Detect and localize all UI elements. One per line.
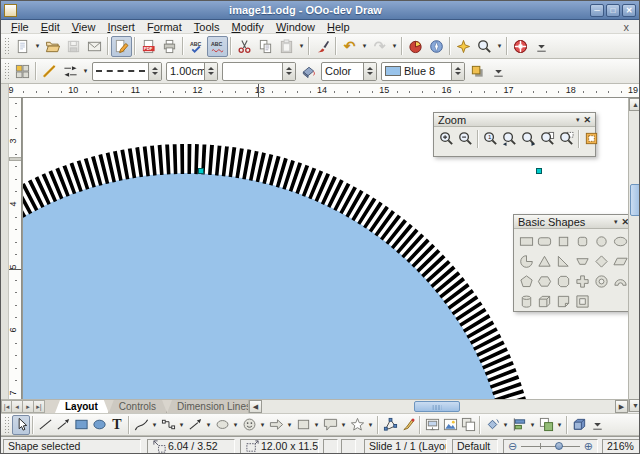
vertical-scroll-thumb[interactable] xyxy=(630,184,640,216)
line-width-combobox[interactable]: 1.00cm xyxy=(166,62,218,81)
v-ruler-margin-marker[interactable] xyxy=(9,157,22,161)
toolbar-grip[interactable] xyxy=(4,62,9,80)
fill-color-combobox[interactable]: Blue 8 xyxy=(381,62,465,81)
circle-pie-shape-button[interactable] xyxy=(517,252,535,270)
line-button[interactable] xyxy=(36,415,54,435)
vertical-scrollbar[interactable]: ▲ ▼ xyxy=(628,98,640,412)
edit-points-button[interactable] xyxy=(381,415,399,435)
basic-shapes-dropdown-icon[interactable]: ▾ xyxy=(231,421,240,429)
edit-file-button[interactable] xyxy=(111,36,132,57)
rectangle-shape-button[interactable] xyxy=(517,232,535,250)
shapes-panel-titlebar[interactable]: Basic Shapes ▾ ✕ xyxy=(514,215,633,229)
slide-indicator-cell[interactable]: Slide 1 / 1 (Layout) xyxy=(364,439,447,454)
menu-window[interactable]: Window xyxy=(270,21,321,33)
open-button[interactable] xyxy=(42,36,63,57)
rounded-square-shape-button[interactable] xyxy=(574,232,592,250)
selection-handle[interactable] xyxy=(537,169,542,174)
zoom-floating-toolbar[interactable]: Zoom ▾ ✕ 1 xyxy=(433,112,596,157)
basic-shapes-button[interactable] xyxy=(213,415,231,435)
horizontal-ruler[interactable]: 910111213141516171819 xyxy=(9,84,639,98)
shadow-button[interactable] xyxy=(467,61,488,82)
scroll-left-icon[interactable]: ◀ xyxy=(249,400,262,413)
redo-dropdown-icon[interactable]: ▾ xyxy=(390,42,399,50)
callouts-button[interactable] xyxy=(321,415,339,435)
lines-and-arrows-dropdown-icon[interactable]: ▾ xyxy=(204,421,213,429)
menu-file[interactable]: File xyxy=(5,21,35,33)
extrusion-on-off-button[interactable] xyxy=(570,415,588,435)
connector-dropdown-icon[interactable]: ▾ xyxy=(177,421,186,429)
navigator-button[interactable] xyxy=(426,36,447,57)
selection-handle[interactable] xyxy=(199,169,204,174)
zoom-out-icon[interactable]: ⊖ xyxy=(508,441,517,452)
zoom-previous-button[interactable] xyxy=(500,129,519,148)
rectangle-button[interactable] xyxy=(72,415,90,435)
alignment-button[interactable] xyxy=(510,415,528,435)
rounded-rectangle-shape-button[interactable] xyxy=(536,232,554,250)
auto-spellcheck-button[interactable]: ABC xyxy=(207,36,228,57)
cube-shape-button[interactable] xyxy=(536,292,554,310)
format-paintbrush-button[interactable] xyxy=(312,36,333,57)
horizontal-scrollbar[interactable]: ◀ ▶ xyxy=(248,400,628,414)
fill-type-stepper[interactable] xyxy=(363,63,376,80)
maximize-button[interactable]: □ xyxy=(606,4,620,17)
ellipse-shape-fill[interactable] xyxy=(23,173,511,399)
panel-menu-icon[interactable]: ▾ xyxy=(614,218,618,226)
insert-from-file-button[interactable] xyxy=(423,415,441,435)
flowcharts-button[interactable] xyxy=(294,415,312,435)
line-style-combobox[interactable] xyxy=(92,62,162,81)
toolbar-options-button[interactable] xyxy=(588,415,606,435)
vertical-ruler[interactable]: 34567 xyxy=(9,98,22,399)
cut-button[interactable] xyxy=(234,36,255,57)
zoom-percent-cell[interactable]: 216% xyxy=(602,439,640,454)
scroll-right-icon[interactable]: ▶ xyxy=(615,400,628,413)
frame-shape-button[interactable] xyxy=(574,292,592,310)
area-style-button[interactable] xyxy=(298,61,319,82)
stars-button[interactable] xyxy=(348,415,366,435)
zoom-out-button[interactable] xyxy=(456,129,475,148)
isosceles-triangle-shape-button[interactable] xyxy=(536,252,554,270)
document-close-button[interactable]: x xyxy=(618,21,636,33)
document-as-email-button[interactable] xyxy=(84,36,105,57)
hexagon-shape-button[interactable] xyxy=(536,272,554,290)
scroll-down-icon[interactable]: ▼ xyxy=(629,399,640,412)
close-button[interactable]: ✕ xyxy=(622,4,636,17)
zoom-100-button[interactable]: 1 xyxy=(481,129,500,148)
print-button[interactable] xyxy=(159,36,180,57)
arrow-style-button[interactable] xyxy=(60,61,81,82)
basic-shapes-floating-toolbar[interactable]: Basic Shapes ▾ ✕ xyxy=(513,214,634,312)
block-arrows-dropdown-icon[interactable]: ▾ xyxy=(285,421,294,429)
zoom-page-width-button[interactable] xyxy=(557,129,576,148)
tab-controls[interactable]: Controls xyxy=(109,400,167,413)
toolbar-grip[interactable] xyxy=(4,416,9,434)
zoom-next-button[interactable] xyxy=(519,129,538,148)
ellipse-button[interactable] xyxy=(90,415,108,435)
minimize-button[interactable]: ─ xyxy=(590,4,604,17)
gallery-button[interactable] xyxy=(453,36,474,57)
symbol-shapes-button[interactable] xyxy=(240,415,258,435)
zoom-entire-page-button[interactable] xyxy=(538,129,557,148)
effects-rotate-dropdown-icon[interactable]: ▾ xyxy=(501,421,510,429)
panel-close-icon[interactable]: ✕ xyxy=(583,115,591,125)
zoom-slider-thumb[interactable] xyxy=(555,442,563,450)
effects-rotate-button[interactable] xyxy=(483,415,501,435)
zoom-panel-titlebar[interactable]: Zoom ▾ ✕ xyxy=(434,113,595,127)
ellipse-shape-button[interactable] xyxy=(611,232,629,250)
menu-edit[interactable]: Edit xyxy=(35,21,66,33)
arrange-button[interactable] xyxy=(537,415,555,435)
cylinder-shape-button[interactable] xyxy=(517,292,535,310)
undo-dropdown-icon[interactable]: ▾ xyxy=(360,42,369,50)
titlebar[interactable]: image11.odg - OOo-dev Draw ─□✕ xyxy=(1,1,639,20)
right-triangle-shape-button[interactable] xyxy=(555,252,573,270)
zoom-slider-cell[interactable]: ⊖ ⊕ xyxy=(503,439,598,454)
zoom-in-icon[interactable]: ⊕ xyxy=(584,441,593,452)
folded-corner-shape-button[interactable] xyxy=(555,292,573,310)
horizontal-scroll-thumb[interactable] xyxy=(414,401,460,412)
menu-view[interactable]: View xyxy=(66,21,102,33)
symbol-shapes-dropdown-icon[interactable]: ▾ xyxy=(258,421,267,429)
insert-button[interactable] xyxy=(459,415,477,435)
menu-format[interactable]: Format xyxy=(141,21,188,33)
next-page-icon[interactable]: ▸ xyxy=(23,400,34,413)
first-page-icon[interactable]: |◂ xyxy=(1,400,12,413)
arrange-dropdown-icon[interactable]: ▾ xyxy=(555,421,564,429)
stars-dropdown-icon[interactable]: ▾ xyxy=(366,421,375,429)
